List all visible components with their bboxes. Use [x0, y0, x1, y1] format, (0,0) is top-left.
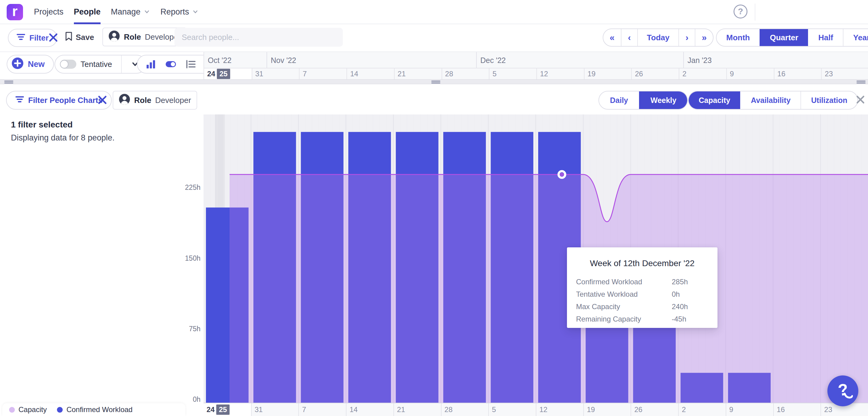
app-logo[interactable]: r [7, 4, 23, 20]
close-icon [48, 39, 59, 44]
nav-item-people[interactable]: People [69, 0, 106, 24]
month-divider [683, 52, 684, 68]
month-divider [476, 52, 477, 68]
tooltip-title: Week of 12th December '22 [567, 259, 717, 268]
legend-label: Capacity [19, 406, 46, 414]
y-axis-label: 225h [163, 184, 200, 192]
nav-item-manage[interactable]: Manage [106, 0, 155, 24]
role-chip-label: Role [134, 96, 151, 105]
granularity-tab-daily[interactable]: Daily [599, 91, 639, 109]
tooltip-row-value: -45h [672, 315, 717, 323]
range-tab-year[interactable]: Year [843, 29, 868, 46]
tooltip-rows: Confirmed Workload285hTentative Workload… [576, 276, 717, 325]
nav-item-projects[interactable]: Projects [29, 0, 69, 24]
filter-icon [15, 95, 24, 105]
person-icon [108, 30, 120, 44]
nav-item-reports[interactable]: Reports [155, 0, 204, 24]
week-tick-14: 14 [346, 403, 394, 416]
new-button[interactable]: New [7, 55, 54, 73]
legend-items: CapacityConfirmed Workload [9, 406, 133, 414]
range-tab-half[interactable]: Half [808, 29, 843, 46]
chart-tooltip: Week of 12th December '22 Confirmed Work… [567, 247, 717, 328]
top-nav: r ProjectsPeopleManageReports ? [0, 0, 868, 24]
week-tick-19: 19 [583, 403, 631, 416]
help-chat-tail [844, 392, 853, 400]
tooltip-row-label: Max Capacity [576, 302, 672, 311]
nav-item-label: Reports [160, 7, 189, 17]
week-tick-21: 21 [394, 68, 441, 79]
divider [121, 55, 122, 73]
week-tick-2: 2 [678, 403, 726, 416]
week-tick-24: 2425 [204, 403, 251, 416]
nav-item-label: Manage [111, 7, 141, 17]
pager-next[interactable]: › [678, 29, 695, 46]
chevron-down-icon [144, 8, 150, 15]
pager-prev[interactable]: ‹ [621, 29, 637, 46]
today-marker: 25 [216, 405, 230, 415]
capacity-chart[interactable] [204, 115, 868, 403]
tentative-label: Tentative [81, 60, 112, 69]
range-tab-quarter[interactable]: Quarter [760, 29, 808, 46]
filter-summary-title: 1 filter selected [11, 120, 73, 130]
list-view-icon[interactable] [186, 59, 196, 69]
month-label: Nov '22 [271, 56, 296, 65]
save-filter-button[interactable]: Save [65, 31, 94, 43]
filter-people-charts-button[interactable]: Filter People Charts [6, 91, 112, 109]
toggle-view-icon[interactable] [165, 61, 176, 68]
week-tick-5: 5 [488, 403, 536, 416]
search-input[interactable] [175, 28, 343, 46]
week-tick-label: 24 [207, 406, 215, 414]
app-logo-letter: r [12, 4, 18, 18]
chart-view-icon[interactable] [146, 59, 156, 69]
metric-tab-utilization[interactable]: Utilization [801, 91, 857, 109]
week-tick-31: 31 [251, 403, 299, 416]
drag-handle[interactable] [857, 81, 866, 84]
week-tick-12: 12 [536, 68, 584, 79]
legend-label: Confirmed Workload [66, 406, 132, 414]
range-tab-month[interactable]: Month [717, 29, 760, 46]
granularity-tabs: DailyWeekly [598, 91, 688, 109]
week-tick-23: 23 [821, 68, 868, 79]
week-tick-label: 24 [207, 70, 215, 78]
week-tick-26: 26 [631, 68, 679, 79]
pager-last[interactable]: » [695, 29, 713, 46]
capacity-chart-svg [204, 115, 868, 403]
metric-tab-availability[interactable]: Availability [740, 91, 801, 109]
tooltip-row-value: 240h [672, 302, 717, 311]
tooltip-row: Max Capacity240h [576, 300, 717, 313]
close-icon [855, 100, 866, 106]
week-tick-16: 16 [774, 68, 822, 79]
close-charts-button[interactable] [855, 94, 866, 105]
metric-tab-capacity[interactable]: Capacity [689, 91, 740, 109]
legend-item: Capacity [9, 406, 46, 414]
granularity-tab-weekly[interactable]: Weekly [639, 91, 687, 109]
tooltip-row-value: 285h [672, 278, 717, 286]
week-tick-26: 26 [630, 403, 678, 416]
clear-chart-filter-button[interactable] [97, 94, 108, 105]
nav-help-button[interactable]: ? [734, 4, 747, 19]
date-pager: «‹Today›» [603, 28, 714, 46]
role-chip-value: Developer [155, 96, 191, 105]
nav-divider [755, 4, 755, 21]
chart-x-axis: 24253171421285121926291623 [204, 403, 868, 416]
month-label: Oct '22 [208, 56, 231, 65]
capacity-area [229, 174, 868, 403]
tentative-toggle[interactable] [60, 60, 76, 69]
week-tick-9: 9 [726, 68, 774, 79]
pager-today[interactable]: Today [637, 29, 679, 46]
chart-role-filter-chip[interactable]: Role Developer [113, 91, 197, 109]
nav-items: ProjectsPeopleManageReports [29, 0, 204, 24]
pane-splitter[interactable] [0, 79, 868, 84]
drag-handle[interactable] [431, 81, 440, 84]
week-tick-31: 31 [252, 68, 299, 79]
drag-handle[interactable] [4, 81, 13, 84]
tooltip-row: Tentative Workload0h [576, 288, 717, 300]
week-tick-12: 12 [536, 403, 583, 416]
question-icon: ? [738, 7, 743, 17]
runn-people-planner-page: r ProjectsPeopleManageReports ? Filter S… [0, 0, 868, 416]
week-tick-16: 16 [773, 403, 821, 416]
pager-first[interactable]: « [603, 29, 621, 46]
clear-filter-button[interactable] [48, 32, 59, 43]
y-axis-label: 0h [163, 395, 200, 404]
help-chat-button[interactable]: ? [828, 376, 858, 406]
